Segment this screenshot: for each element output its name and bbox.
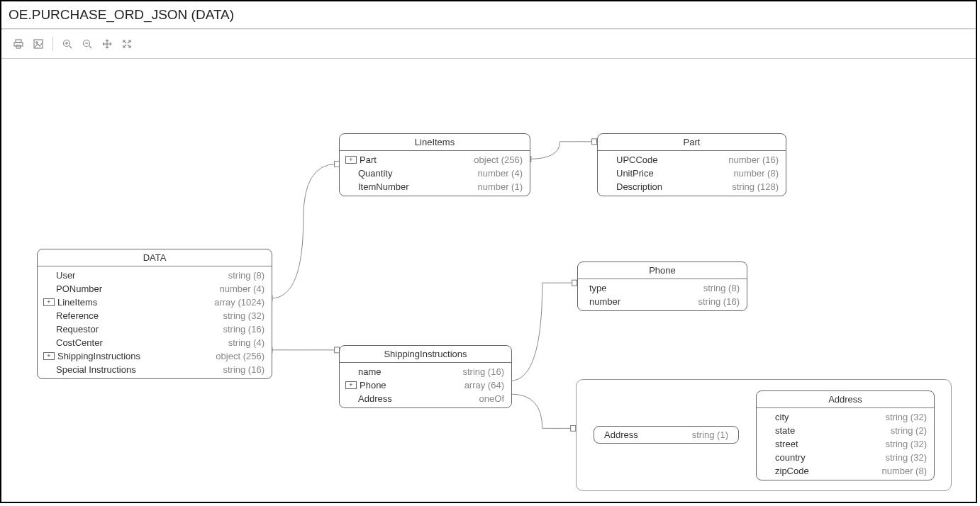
field-row[interactable]: UPCCodenumber (16): [598, 153, 786, 167]
zoom-in-icon[interactable]: [57, 35, 77, 52]
svg-rect-21: [592, 139, 597, 145]
svg-rect-27: [571, 425, 576, 431]
print-icon[interactable]: [9, 35, 28, 52]
entity-header: Phone: [578, 262, 747, 279]
entity-part: Part UPCCodenumber (16) UnitPricenumber …: [597, 133, 786, 196]
field-row[interactable]: AddressoneOf: [340, 392, 511, 405]
entity-header: ShippingInstructions: [340, 346, 511, 363]
entity-data: DATA Userstring (8) PONumbernumber (4) +…: [37, 249, 272, 379]
zoom-out-icon[interactable]: [77, 35, 97, 52]
entity-header: LineItems: [340, 134, 530, 151]
field-row[interactable]: CostCenterstring (4): [38, 336, 272, 349]
fit-to-screen-icon[interactable]: [97, 35, 117, 52]
field-row[interactable]: Quantitynumber (4): [340, 167, 530, 180]
expand-icon[interactable]: +: [43, 352, 55, 360]
svg-line-6: [69, 46, 72, 48]
svg-point-4: [36, 42, 38, 43]
entity-phone: Phone typestring (8) numberstring (16): [577, 262, 747, 311]
field-row[interactable]: +Partobject (256): [340, 153, 530, 167]
field-row[interactable]: +Phonearray (64): [340, 378, 511, 392]
field-row[interactable]: Requestorstring (16): [38, 322, 272, 336]
image-export-icon[interactable]: [28, 35, 48, 52]
field-row[interactable]: zipCodenumber (8): [757, 464, 934, 478]
entity-header: Address: [757, 391, 934, 408]
field-row[interactable]: typestring (8): [578, 281, 747, 295]
field-row[interactable]: streetstring (32): [757, 437, 934, 451]
field-row[interactable]: Referencestring (32): [38, 309, 272, 322]
page-title: OE.PURCHASE_ORD_JSON (DATA): [1, 1, 976, 28]
entity-header: Part: [598, 134, 786, 151]
entity-header: DATA: [38, 249, 272, 266]
entity-shipping: ShippingInstructions namestring (16) +Ph…: [339, 345, 512, 408]
field-row[interactable]: countrystring (32): [757, 451, 934, 464]
field-row[interactable]: citystring (32): [757, 410, 934, 424]
svg-rect-25: [572, 280, 577, 286]
field-row[interactable]: UnitPricenumber (8): [598, 167, 786, 180]
field-row[interactable]: statestring (2): [757, 424, 934, 437]
field-row[interactable]: Special Instructionsstring (16): [38, 363, 272, 376]
field-row[interactable]: Descriptionstring (128): [598, 180, 786, 193]
entity-lineitems: LineItems +Partobject (256) Quantitynumb…: [339, 133, 530, 196]
field-row[interactable]: PONumbernumber (4): [38, 282, 272, 296]
toolbar-separator: [52, 37, 53, 51]
field-row[interactable]: +ShippingInstructionsobject (256): [38, 349, 272, 363]
toolbar: [1, 30, 976, 59]
entity-address-string[interactable]: Address string (1): [594, 426, 739, 444]
expand-icon[interactable]: +: [345, 381, 357, 389]
svg-rect-2: [16, 45, 21, 48]
entity-address: Address citystring (32) statestring (2) …: [756, 390, 935, 480]
svg-line-10: [89, 46, 91, 48]
expand-icon[interactable]: +: [43, 298, 55, 306]
field-row[interactable]: Userstring (8): [38, 269, 272, 282]
field-row[interactable]: ItemNumbernumber (1): [340, 180, 530, 193]
fullscreen-icon[interactable]: [117, 35, 137, 52]
field-row[interactable]: numberstring (16): [578, 295, 747, 308]
expand-icon[interactable]: +: [345, 156, 357, 164]
field-row[interactable]: +LineItemsarray (1024): [38, 296, 272, 309]
field-row[interactable]: namestring (16): [340, 365, 511, 378]
